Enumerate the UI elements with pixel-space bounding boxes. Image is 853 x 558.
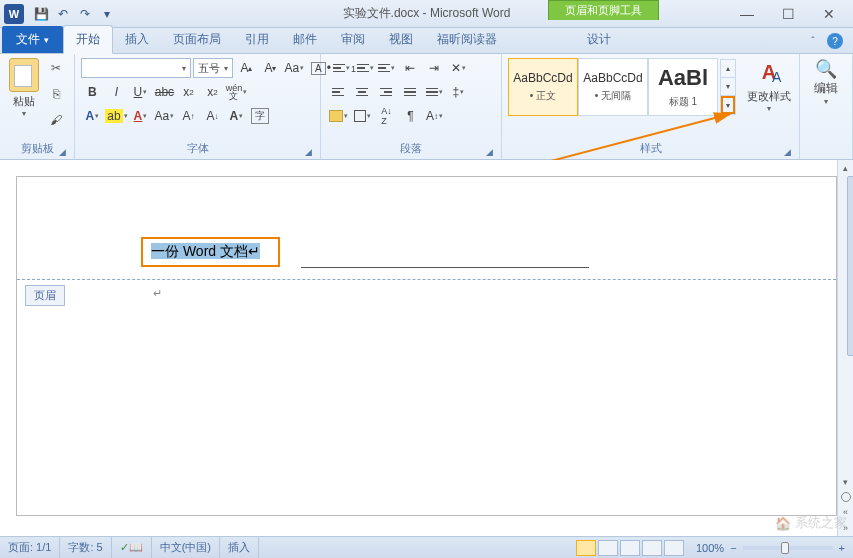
justify-icon[interactable]	[399, 82, 421, 102]
close-icon[interactable]: ✕	[823, 6, 835, 22]
char-border-icon[interactable]: 字	[249, 106, 271, 126]
status-page[interactable]: 页面: 1/1	[0, 537, 60, 558]
style-normal[interactable]: AaBbCcDd • 正文	[508, 58, 578, 116]
undo-icon[interactable]: ↶	[54, 5, 72, 23]
style-heading1[interactable]: AaBl 标题 1	[648, 58, 718, 116]
tab-review[interactable]: 审阅	[329, 26, 377, 53]
highlight-icon[interactable]: ab	[105, 106, 127, 126]
change-case-icon[interactable]: Aa	[283, 58, 305, 78]
tab-file[interactable]: 文件	[2, 26, 63, 53]
watermark: 🏠 系统之家	[775, 514, 847, 532]
header-text-selected[interactable]: 一份 Word 文档↵	[141, 237, 280, 267]
superscript-icon[interactable]: x2	[201, 82, 223, 102]
clipboard-dialog-launcher[interactable]: ◢	[59, 147, 66, 157]
text-direction-icon[interactable]: A↕	[423, 106, 445, 126]
bold-icon[interactable]: B	[81, 82, 103, 102]
styles-dialog-launcher[interactable]: ◢	[784, 147, 791, 157]
view-outline[interactable]	[642, 540, 662, 556]
qat-customize-icon[interactable]: ▾	[98, 5, 116, 23]
tab-foxit[interactable]: 福昕阅读器	[425, 26, 509, 53]
text-effects-icon[interactable]: A	[81, 106, 103, 126]
redo-icon[interactable]: ↷	[76, 5, 94, 23]
scroll-thumb[interactable]	[847, 176, 854, 356]
paste-button[interactable]: 粘贴 ▾	[6, 58, 42, 118]
align-left-icon[interactable]	[327, 82, 349, 102]
char-scaling-icon[interactable]: A	[225, 106, 247, 126]
scroll-up-icon[interactable]: ▴	[838, 160, 853, 176]
distribute-icon[interactable]	[423, 82, 445, 102]
proofing-icon: ✓📖	[120, 541, 143, 554]
shrink-char-icon[interactable]: A↓	[201, 106, 223, 126]
line-spacing-icon[interactable]: ‡	[447, 82, 469, 102]
zoom-out-icon[interactable]: −	[730, 542, 736, 554]
minimize-ribbon-icon[interactable]: ˆ	[805, 33, 821, 49]
subscript-icon[interactable]: x2	[177, 82, 199, 102]
view-draft[interactable]	[664, 540, 684, 556]
borders-icon[interactable]	[351, 106, 373, 126]
shading-icon[interactable]	[327, 106, 349, 126]
char-shading-icon[interactable]: Aa	[153, 106, 175, 126]
strikethrough-icon[interactable]: abc	[153, 82, 175, 102]
tab-references[interactable]: 引用	[233, 26, 281, 53]
numbering-icon[interactable]	[351, 58, 373, 78]
align-center-icon[interactable]	[351, 82, 373, 102]
status-words[interactable]: 字数: 5	[60, 537, 111, 558]
style-no-spacing[interactable]: AaBbCcDd • 无间隔	[578, 58, 648, 116]
font-size-selector[interactable]: 五号▾	[193, 58, 233, 78]
group-editing: 🔍 编辑 ▾	[800, 54, 853, 159]
group-label-font: 字体	[187, 142, 209, 154]
font-color-icon[interactable]: A	[129, 106, 151, 126]
find-icon: 🔍	[806, 58, 846, 80]
tab-design[interactable]: 设计	[575, 26, 623, 53]
scroll-down-icon[interactable]: ▾	[838, 474, 853, 490]
help-icon[interactable]: ?	[827, 33, 843, 49]
asian-layout-icon[interactable]: ✕	[447, 58, 469, 78]
grow-font-icon[interactable]: A▴	[235, 58, 257, 78]
maximize-icon[interactable]: ☐	[782, 6, 795, 22]
zoom-slider-thumb[interactable]	[781, 542, 789, 554]
browse-object-icon[interactable]	[841, 492, 851, 502]
styles-scroll-up[interactable]: ▴	[721, 60, 735, 78]
increase-indent-icon[interactable]: ⇥	[423, 58, 445, 78]
decrease-indent-icon[interactable]: ⇤	[399, 58, 421, 78]
tab-view[interactable]: 视图	[377, 26, 425, 53]
show-marks-icon[interactable]: ¶	[399, 106, 421, 126]
document-area: 一份 Word 文档↵ 页眉 ↵	[0, 160, 837, 536]
view-web-layout[interactable]	[620, 540, 640, 556]
page[interactable]: 一份 Word 文档↵ 页眉 ↵	[16, 176, 837, 516]
change-styles-button[interactable]: AA 更改样式 ▾	[744, 61, 794, 113]
underline-icon[interactable]: U	[129, 82, 151, 102]
tab-mailings[interactable]: 邮件	[281, 26, 329, 53]
phonetic-guide-icon[interactable]: wén文	[225, 82, 247, 102]
font-name-selector[interactable]: ▾	[81, 58, 191, 78]
multilevel-list-icon[interactable]	[375, 58, 397, 78]
paragraph-dialog-launcher[interactable]: ◢	[486, 147, 493, 157]
format-painter-icon[interactable]: 🖌	[46, 110, 66, 130]
tab-page-layout[interactable]: 页面布局	[161, 26, 233, 53]
view-print-layout[interactable]	[576, 540, 596, 556]
align-right-icon[interactable]	[375, 82, 397, 102]
tab-home[interactable]: 开始	[63, 25, 113, 54]
copy-icon[interactable]: ⎘	[46, 84, 66, 104]
cut-icon[interactable]: ✂	[46, 58, 66, 78]
view-full-screen[interactable]	[598, 540, 618, 556]
shrink-font-icon[interactable]: A▾	[259, 58, 281, 78]
minimize-icon[interactable]: —	[740, 6, 754, 22]
vertical-scrollbar[interactable]: ▴ ▾ « »	[837, 160, 853, 536]
styles-gallery-more[interactable]: ▾	[721, 96, 735, 114]
zoom-level[interactable]: 100%	[696, 542, 724, 554]
status-insert-mode[interactable]: 插入	[220, 537, 259, 558]
styles-scroll-down[interactable]: ▾	[721, 78, 735, 96]
find-button[interactable]: 🔍 编辑 ▾	[806, 58, 846, 106]
status-language[interactable]: 中文(中国)	[152, 537, 220, 558]
enlarge-char-icon[interactable]: A↑	[177, 106, 199, 126]
sort-icon[interactable]: A↓Z	[375, 106, 397, 126]
font-dialog-launcher[interactable]: ◢	[305, 147, 312, 157]
status-proofing[interactable]: ✓📖	[112, 537, 152, 558]
bullets-icon[interactable]	[327, 58, 349, 78]
save-icon[interactable]: 💾	[32, 5, 50, 23]
zoom-slider[interactable]	[743, 546, 833, 550]
italic-icon[interactable]: I	[105, 82, 127, 102]
tab-insert[interactable]: 插入	[113, 26, 161, 53]
zoom-in-icon[interactable]: +	[839, 542, 845, 554]
